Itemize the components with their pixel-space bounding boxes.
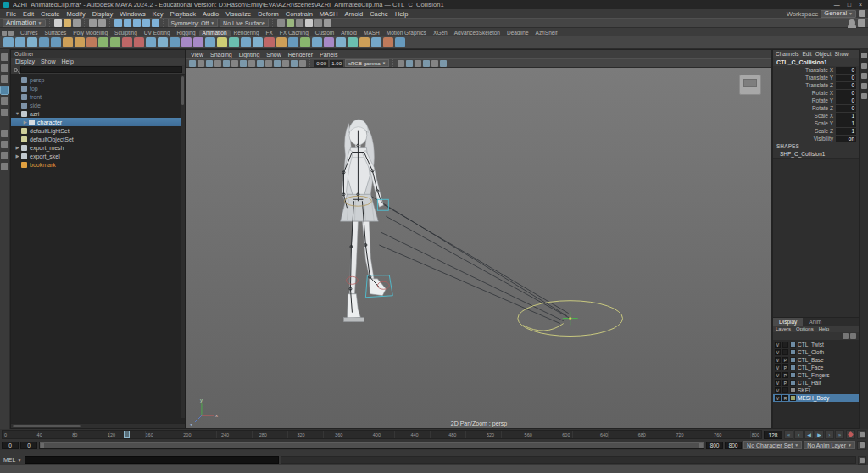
playback-button[interactable]: « (784, 430, 793, 439)
symmetry-dropdown[interactable]: Symmetry: Off▼ (168, 19, 219, 27)
shelf-tab[interactable]: Custom (312, 30, 337, 36)
layer-menu-item[interactable]: Options (796, 326, 814, 331)
shelf-tab[interactable]: Sculpting (111, 30, 141, 36)
shelf-tool-icon[interactable] (134, 37, 144, 47)
channel-name[interactable]: Scale X (815, 113, 833, 119)
attribute-editor-icon[interactable] (861, 73, 867, 79)
outliner-item[interactable]: defaultLightSet (11, 126, 185, 135)
layer-playback-toggle[interactable]: P (782, 372, 788, 378)
viewport-toolbar-icon[interactable] (206, 60, 213, 67)
current-frame-field[interactable]: 128 (764, 431, 782, 439)
layer-color-swatch[interactable] (790, 342, 796, 348)
render-icon[interactable] (305, 19, 313, 27)
shape-node-name[interactable]: SHP_C_Collision1 (773, 150, 859, 158)
layer-visibility-toggle[interactable]: V (775, 357, 781, 363)
expand-arrow-icon[interactable]: ▶ (14, 145, 21, 150)
layer-row[interactable]: V P CTL_Hair (773, 379, 859, 387)
layer-menu-item[interactable]: Help (819, 326, 829, 331)
menu-item[interactable]: Deform (254, 10, 282, 18)
viewport-toolbar-icon[interactable] (274, 60, 281, 67)
shelf-tool-icon[interactable] (110, 37, 120, 47)
shelf-tool-icon[interactable] (229, 37, 239, 47)
layer-playback-toggle[interactable]: P (782, 380, 788, 386)
channel-value[interactable]: 0 (836, 75, 856, 81)
playback-start-field[interactable]: 0 (20, 442, 37, 449)
humanik-icon[interactable] (861, 63, 867, 69)
anim-layer-dropdown[interactable]: No Anim Layer▼ (804, 441, 855, 449)
channel-name[interactable]: Visibility (814, 136, 833, 142)
scrollbar-thumb[interactable] (13, 425, 81, 427)
layer-menu-item[interactable]: Layers (776, 326, 791, 331)
render-icon[interactable] (277, 19, 285, 27)
layer-visibility-toggle[interactable]: V (775, 364, 781, 370)
channel-value[interactable]: 0 (836, 90, 856, 97)
shelf-tab[interactable]: Animation (199, 30, 231, 36)
channel-value[interactable]: 0 (836, 82, 856, 89)
layer-visibility-toggle[interactable]: V (775, 342, 781, 348)
viewport-toolbar-icon[interactable] (257, 60, 264, 67)
layer-playback-toggle[interactable] (782, 349, 788, 355)
expand-arrow-icon[interactable]: ▶ (21, 120, 29, 125)
layout-persp-outliner-icon[interactable] (1, 152, 8, 159)
shelf-tool-icon[interactable] (86, 37, 97, 47)
outliner-menu-item[interactable]: Display (15, 58, 35, 64)
mute-button[interactable] (857, 441, 866, 450)
layout-four-pane-icon[interactable] (1, 141, 8, 148)
viewport-toolbar-icon[interactable] (299, 60, 306, 67)
shelf-tab[interactable]: Rigging (174, 30, 199, 36)
layer-visibility-toggle[interactable]: V (775, 395, 781, 401)
shelf-tool-icon[interactable] (336, 37, 346, 47)
shelf-tool-icon[interactable] (3, 37, 14, 47)
gamma-field[interactable]: 1.00 (330, 60, 343, 67)
shelf-tab[interactable]: Rendering (231, 30, 263, 36)
viewport-hud-widget[interactable] (739, 75, 761, 95)
layer-color-swatch[interactable] (790, 357, 796, 363)
animation-preferences-button[interactable] (857, 430, 866, 439)
playback-button[interactable]: ▶ (815, 430, 824, 439)
layer-playback-toggle[interactable]: P (782, 364, 788, 370)
viewport-menu-item[interactable]: View (191, 52, 203, 58)
viewport-toolbar-icon[interactable] (423, 60, 430, 67)
outliner-vertical-scrollbar[interactable] (181, 75, 185, 418)
viewport-toolbar-icon[interactable] (214, 60, 221, 67)
snap-magnet-icon[interactable] (133, 19, 141, 27)
snap-magnet-icon[interactable] (114, 19, 122, 27)
playback-button[interactable]: » (835, 430, 844, 439)
layer-playback-toggle[interactable]: R (782, 395, 788, 401)
menu-item[interactable]: Audio (199, 10, 222, 18)
layer-row[interactable]: V R MESH_Body (773, 394, 859, 402)
shelf-tool-icon[interactable] (264, 37, 275, 47)
shelf-tool-icon[interactable] (288, 37, 298, 47)
close-button[interactable]: × (859, 2, 862, 8)
playback-button[interactable]: › (825, 430, 834, 439)
outliner-item[interactable]: ▶ export_skel (11, 152, 185, 160)
channel-name[interactable]: Scale Y (815, 120, 833, 126)
viewport-toolbar-icon[interactable] (415, 60, 421, 67)
menu-item[interactable]: Create (37, 10, 64, 18)
shelf-tool-icon[interactable] (193, 37, 203, 47)
outliner-item[interactable]: top (11, 84, 185, 92)
layer-editor-tab[interactable]: Anim (803, 318, 827, 326)
viewport-menu-item[interactable]: Renderer (288, 52, 313, 58)
snap-magnet-icon[interactable] (142, 19, 150, 27)
shelf-tool-icon[interactable] (170, 37, 180, 47)
shelf-tool-icon[interactable] (276, 37, 287, 47)
shelf-tool-icon[interactable] (359, 37, 370, 47)
outliner-item[interactable]: bookmark (11, 160, 185, 169)
layer-visibility-toggle[interactable]: V (775, 372, 781, 378)
range-slider[interactable] (39, 442, 704, 449)
shelf-tool-icon[interactable] (324, 37, 334, 47)
viewport-menu-item[interactable]: Lighting (239, 52, 260, 58)
shelf-tab[interactable]: AdvancedSkeleton (451, 30, 504, 36)
shelf-tool-icon[interactable] (300, 37, 310, 47)
outliner-item[interactable]: persp (11, 75, 185, 84)
outliner-item[interactable]: front (11, 92, 185, 101)
menu-item[interactable]: File (3, 10, 19, 18)
shelf-tool-icon[interactable] (75, 37, 85, 47)
channel-value[interactable]: 1 (836, 113, 856, 120)
playback-end-field[interactable]: 800 (706, 442, 723, 449)
viewport-toolbar-icon[interactable] (223, 60, 230, 67)
layer-playback-toggle[interactable] (782, 387, 788, 393)
shelf-tool-icon[interactable] (253, 37, 263, 47)
layer-visibility-toggle[interactable]: V (775, 387, 781, 393)
